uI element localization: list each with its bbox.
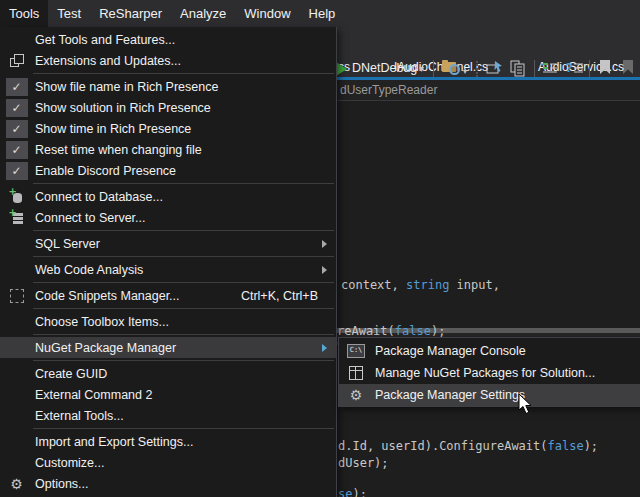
chevron-down-icon: ▾ [463, 67, 467, 76]
menu-item-show-solution[interactable]: ✓ Show solution in Rich Presence [0, 97, 336, 118]
toolbar-separator [534, 60, 535, 77]
code-line: dUser); [338, 456, 389, 470]
menu-separator [33, 428, 334, 429]
menu-item-get-tools-and-features[interactable]: Get Tools and Features... [0, 29, 336, 50]
bookmark-button[interactable] [598, 59, 612, 76]
menu-item-customize[interactable]: Customize... [0, 452, 336, 473]
find-in-files-icon [442, 60, 458, 73]
question-icon: ? [565, 61, 572, 75]
menubar-item-resharper[interactable]: ReSharper [90, 0, 171, 27]
menu-item-show-time[interactable]: ✓ Show time in Rich Presence [0, 118, 336, 139]
nuget-submenu: C:\ Package Manager Console Manage NuGet… [338, 337, 640, 407]
copy-lines-button[interactable] [509, 60, 527, 77]
menu-item-code-snippets-manager[interactable]: Code Snippets Manager... Ctrl+K, Ctrl+B [0, 285, 336, 306]
tools-menu: Get Tools and Features... Extensions and… [0, 27, 337, 497]
checkmark-icon: ✓ [6, 120, 28, 138]
submenu-item-package-manager-console[interactable]: C:\ Package Manager Console [339, 340, 640, 362]
menubar-item-help[interactable]: Help [300, 0, 345, 27]
menu-item-nuget-package-manager[interactable]: NuGet Package Manager [0, 337, 336, 358]
menu-item-connect-to-server[interactable]: + Connect to Server... [0, 207, 336, 228]
menu-item-web-code-analysis[interactable]: Web Code Analysis [0, 259, 336, 280]
submenu-arrow-icon [322, 240, 327, 248]
menu-item-reset-time[interactable]: ✓ Reset time when changing file [0, 139, 336, 160]
menu-item-extensions-and-updates[interactable]: Extensions and Updates... [0, 50, 336, 71]
run-button[interactable] [336, 62, 347, 76]
menu-item-import-export-settings[interactable]: Import and Export Settings... [0, 431, 336, 452]
submenu-item-package-manager-settings[interactable]: ⚙ Package Manager Settings [339, 384, 640, 406]
indent-button[interactable] [542, 62, 558, 76]
menu-separator [33, 308, 334, 309]
debug-target-dropdown[interactable]: DNetDebug [352, 61, 417, 75]
code-line: reAwait(false); [337, 324, 445, 338]
menu-separator [33, 183, 334, 184]
toolbar-separator [589, 60, 590, 77]
menu-separator [33, 334, 334, 335]
package-icon [349, 366, 363, 380]
extensions-icon [10, 54, 23, 67]
submenu-arrow-icon [322, 266, 327, 274]
find-in-files-button[interactable] [442, 60, 458, 73]
navigate-to-button[interactable] [486, 60, 504, 76]
menubar: Tools Test ReSharper Analyze Window Help [0, 0, 640, 27]
debug-target-chevron[interactable]: ▾ [419, 63, 424, 74]
navigate-to-icon [486, 60, 504, 76]
menu-item-options[interactable]: ⚙ Options... [0, 473, 336, 494]
comment-help-button[interactable]: ? [565, 61, 584, 75]
menubar-item-analyze[interactable]: Analyze [171, 0, 235, 27]
shortcut-label: Ctrl+K, Ctrl+B [241, 289, 336, 303]
lines-icon [574, 62, 584, 74]
menu-separator [33, 360, 334, 361]
menu-separator [33, 230, 334, 231]
menubar-item-window[interactable]: Window [235, 0, 299, 27]
copy-lines-icon [509, 60, 527, 77]
menu-item-choose-toolbox-items[interactable]: Choose Toolbox Items... [0, 311, 336, 332]
snippets-icon [10, 289, 24, 303]
checkmark-icon: ✓ [6, 141, 28, 159]
gear-icon: ⚙ [350, 388, 363, 402]
debug-target-label: DNetDebug [352, 61, 417, 75]
toolbar-separator [433, 60, 434, 77]
menu-item-external-tools[interactable]: External Tools... [0, 405, 336, 426]
find-options-chevron[interactable]: ▾ [463, 67, 467, 76]
menu-separator [33, 282, 334, 283]
submenu-arrow-icon [322, 344, 327, 352]
code-line: d.Id, userId).ConfigureAwait(false); [338, 439, 598, 453]
next-bookmark-icon [621, 59, 635, 76]
menubar-item-tools[interactable]: Tools [0, 0, 48, 27]
mouse-cursor [518, 394, 534, 420]
menu-item-enable-discord-presence[interactable]: ✓ Enable Discord Presence [0, 160, 336, 181]
gear-icon: ⚙ [10, 477, 23, 491]
menu-item-create-guid[interactable]: Create GUID [0, 363, 336, 384]
menu-item-connect-to-database[interactable]: + Connect to Database... [0, 186, 336, 207]
play-icon [336, 62, 347, 76]
menu-item-external-command-2[interactable]: External Command 2 [0, 384, 336, 405]
code-line: se); [338, 487, 367, 497]
chevron-down-icon: ▾ [419, 63, 424, 74]
bookmark-icon [598, 59, 612, 76]
database-icon: + [10, 190, 24, 204]
server-icon: + [10, 211, 24, 225]
menu-separator [33, 73, 334, 74]
indent-lines-icon [542, 62, 558, 76]
submenu-item-manage-nuget-packages[interactable]: Manage NuGet Packages for Solution... [339, 362, 640, 384]
menubar-item-test[interactable]: Test [48, 0, 90, 27]
next-bookmark-button[interactable] [621, 59, 635, 76]
console-icon: C:\ [347, 344, 365, 358]
menu-item-show-file-name[interactable]: ✓ Show file name in Rich Presence [0, 76, 336, 97]
checkmark-icon: ✓ [6, 162, 28, 180]
toolbar-grip[interactable] [476, 61, 480, 77]
menu-separator [33, 256, 334, 257]
checkmark-icon: ✓ [6, 78, 28, 96]
checkmark-icon: ✓ [6, 99, 28, 117]
breadcrumb[interactable]: dUserTypeReader [340, 83, 437, 97]
code-line: context, string input, [341, 278, 500, 292]
menu-item-sql-server[interactable]: SQL Server [0, 233, 336, 254]
